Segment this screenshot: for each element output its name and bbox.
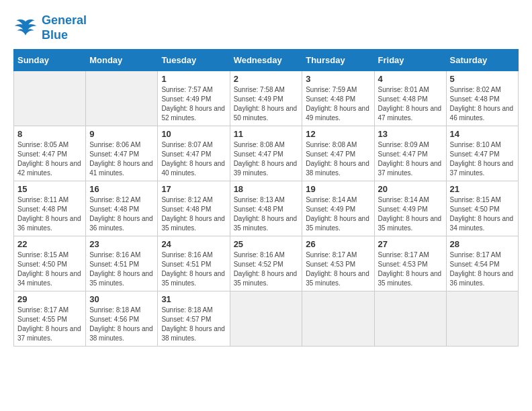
day-info: Sunrise: 8:08 AMSunset: 4:47 PMDaylight:…: [234, 140, 299, 178]
calendar-cell: 22Sunrise: 8:15 AMSunset: 4:50 PMDayligh…: [14, 236, 86, 291]
day-info: Sunrise: 8:01 AMSunset: 4:48 PMDaylight:…: [378, 85, 443, 123]
calendar-cell: 11Sunrise: 8:08 AMSunset: 4:47 PMDayligh…: [230, 126, 302, 181]
day-number: 24: [161, 239, 226, 249]
day-number: 22: [17, 239, 82, 249]
logo-text: General Blue: [42, 13, 87, 42]
day-number: 31: [161, 294, 226, 304]
day-number: 17: [161, 184, 226, 194]
day-number: 1: [161, 74, 226, 84]
day-number: 25: [234, 239, 299, 249]
calendar-header-tuesday: Tuesday: [158, 50, 230, 71]
calendar-cell: [14, 71, 86, 126]
calendar-cell: [230, 291, 302, 347]
day-info: Sunrise: 8:17 AMSunset: 4:54 PMDaylight:…: [450, 250, 515, 288]
day-info: Sunrise: 8:09 AMSunset: 4:47 PMDaylight:…: [378, 140, 443, 178]
calendar-cell: 2Sunrise: 7:58 AMSunset: 4:49 PMDaylight…: [230, 71, 302, 126]
day-info: Sunrise: 8:06 AMSunset: 4:47 PMDaylight:…: [89, 140, 154, 178]
calendar-cell: [374, 291, 446, 347]
day-info: Sunrise: 8:14 AMSunset: 4:49 PMDaylight:…: [306, 195, 370, 233]
day-info: Sunrise: 7:58 AMSunset: 4:49 PMDaylight:…: [234, 85, 299, 123]
calendar-cell: 24Sunrise: 8:16 AMSunset: 4:51 PMDayligh…: [158, 236, 230, 291]
calendar-week-row: 15Sunrise: 8:11 AMSunset: 4:48 PMDayligh…: [14, 181, 519, 236]
day-info: Sunrise: 8:17 AMSunset: 4:53 PMDaylight:…: [378, 250, 443, 288]
calendar-cell: 21Sunrise: 8:15 AMSunset: 4:50 PMDayligh…: [446, 181, 518, 236]
day-number: 19: [306, 184, 370, 194]
day-info: Sunrise: 8:11 AMSunset: 4:48 PMDaylight:…: [17, 195, 82, 233]
day-number: 3: [306, 74, 370, 84]
day-info: Sunrise: 8:18 AMSunset: 4:57 PMDaylight:…: [161, 306, 226, 343]
calendar-cell: 28Sunrise: 8:17 AMSunset: 4:54 PMDayligh…: [446, 236, 518, 291]
calendar-cell: 26Sunrise: 8:17 AMSunset: 4:53 PMDayligh…: [302, 236, 374, 291]
day-number: 23: [89, 239, 154, 249]
calendar-header-friday: Friday: [374, 50, 446, 71]
calendar-cell: 4Sunrise: 8:01 AMSunset: 4:48 PMDaylight…: [374, 71, 446, 126]
calendar-cell: 16Sunrise: 8:12 AMSunset: 4:48 PMDayligh…: [86, 181, 158, 236]
day-number: 5: [450, 74, 515, 84]
day-info: Sunrise: 8:02 AMSunset: 4:48 PMDaylight:…: [450, 85, 515, 123]
calendar-cell: 15Sunrise: 8:11 AMSunset: 4:48 PMDayligh…: [14, 181, 86, 236]
logo: General Blue: [13, 13, 87, 42]
calendar-cell: 13Sunrise: 8:09 AMSunset: 4:47 PMDayligh…: [374, 126, 446, 181]
calendar-cell: 30Sunrise: 8:18 AMSunset: 4:56 PMDayligh…: [86, 291, 158, 347]
calendar-cell: 8Sunrise: 8:05 AMSunset: 4:47 PMDaylight…: [14, 126, 86, 181]
calendar-cell: 27Sunrise: 8:17 AMSunset: 4:53 PMDayligh…: [374, 236, 446, 291]
calendar-cell: 23Sunrise: 8:16 AMSunset: 4:51 PMDayligh…: [86, 236, 158, 291]
day-number: 27: [378, 239, 443, 249]
day-info: Sunrise: 8:17 AMSunset: 4:53 PMDaylight:…: [306, 250, 370, 288]
day-number: 13: [378, 129, 443, 139]
calendar-cell: [446, 291, 518, 347]
day-number: 10: [161, 129, 226, 139]
calendar-cell: 20Sunrise: 8:14 AMSunset: 4:49 PMDayligh…: [374, 181, 446, 236]
day-info: Sunrise: 8:17 AMSunset: 4:55 PMDaylight:…: [17, 306, 82, 343]
day-number: 20: [378, 184, 443, 194]
calendar-cell: 5Sunrise: 8:02 AMSunset: 4:48 PMDaylight…: [446, 71, 518, 126]
day-info: Sunrise: 8:16 AMSunset: 4:51 PMDaylight:…: [89, 250, 154, 288]
day-info: Sunrise: 8:07 AMSunset: 4:47 PMDaylight:…: [161, 140, 226, 178]
day-number: 8: [17, 129, 82, 139]
day-info: Sunrise: 7:57 AMSunset: 4:49 PMDaylight:…: [161, 85, 226, 123]
calendar-cell: 12Sunrise: 8:08 AMSunset: 4:47 PMDayligh…: [302, 126, 374, 181]
day-number: 26: [306, 239, 370, 249]
day-number: 12: [306, 129, 370, 139]
day-info: Sunrise: 8:16 AMSunset: 4:52 PMDaylight:…: [234, 250, 299, 288]
calendar-cell: 3Sunrise: 7:59 AMSunset: 4:48 PMDaylight…: [302, 71, 374, 126]
calendar-week-row: 29Sunrise: 8:17 AMSunset: 4:55 PMDayligh…: [14, 291, 519, 347]
calendar-cell: 17Sunrise: 8:12 AMSunset: 4:48 PMDayligh…: [158, 181, 230, 236]
calendar-cell: 29Sunrise: 8:17 AMSunset: 4:55 PMDayligh…: [14, 291, 86, 347]
calendar-cell: 9Sunrise: 8:06 AMSunset: 4:47 PMDaylight…: [86, 126, 158, 181]
calendar-cell: 25Sunrise: 8:16 AMSunset: 4:52 PMDayligh…: [230, 236, 302, 291]
day-info: Sunrise: 8:13 AMSunset: 4:48 PMDaylight:…: [234, 195, 299, 233]
calendar-header-thursday: Thursday: [302, 50, 374, 71]
day-info: Sunrise: 8:14 AMSunset: 4:49 PMDaylight:…: [378, 195, 443, 233]
calendar-cell: [86, 71, 158, 126]
day-number: 16: [89, 184, 154, 194]
day-number: 14: [450, 129, 515, 139]
day-number: 2: [234, 74, 299, 84]
calendar-header-saturday: Saturday: [446, 50, 518, 71]
day-number: 18: [234, 184, 299, 194]
day-number: 30: [89, 294, 154, 304]
calendar-week-row: 8Sunrise: 8:05 AMSunset: 4:47 PMDaylight…: [14, 126, 519, 181]
day-info: Sunrise: 8:15 AMSunset: 4:50 PMDaylight:…: [17, 250, 82, 288]
day-number: 15: [17, 184, 82, 194]
day-number: 21: [450, 184, 515, 194]
day-info: Sunrise: 8:10 AMSunset: 4:47 PMDaylight:…: [450, 140, 515, 178]
day-info: Sunrise: 8:16 AMSunset: 4:51 PMDaylight:…: [161, 250, 226, 288]
calendar-cell: 10Sunrise: 8:07 AMSunset: 4:47 PMDayligh…: [158, 126, 230, 181]
calendar-cell: 14Sunrise: 8:10 AMSunset: 4:47 PMDayligh…: [446, 126, 518, 181]
day-info: Sunrise: 8:12 AMSunset: 4:48 PMDaylight:…: [89, 195, 154, 233]
day-number: 29: [17, 294, 82, 304]
calendar-table: SundayMondayTuesdayWednesdayThursdayFrid…: [13, 49, 519, 347]
day-number: 9: [89, 129, 154, 139]
day-info: Sunrise: 8:05 AMSunset: 4:47 PMDaylight:…: [17, 140, 82, 178]
calendar-week-row: 1Sunrise: 7:57 AMSunset: 4:49 PMDaylight…: [14, 71, 519, 126]
day-info: Sunrise: 7:59 AMSunset: 4:48 PMDaylight:…: [306, 85, 370, 123]
calendar-cell: 18Sunrise: 8:13 AMSunset: 4:48 PMDayligh…: [230, 181, 302, 236]
calendar-cell: 1Sunrise: 7:57 AMSunset: 4:49 PMDaylight…: [158, 71, 230, 126]
calendar-header-row: SundayMondayTuesdayWednesdayThursdayFrid…: [14, 50, 519, 71]
day-number: 28: [450, 239, 515, 249]
day-number: 4: [378, 74, 443, 84]
logo-icon: [13, 18, 38, 38]
page-header: General Blue: [13, 13, 519, 42]
calendar-cell: [302, 291, 374, 347]
